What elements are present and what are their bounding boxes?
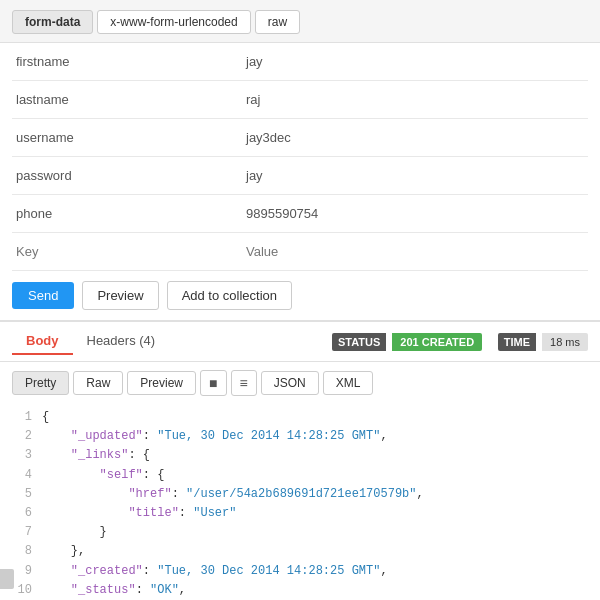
label-lastname: lastname (12, 84, 242, 115)
form-fields: firstname jay lastname raj username jay3… (0, 43, 600, 271)
response-section: Body Headers (4) STATUS201 CREATED TIME1… (0, 320, 600, 600)
code-area: 1 { 2 "_updated": "Tue, 30 Dec 2014 14:2… (0, 404, 600, 600)
copy-icon-btn[interactable]: ■ (200, 370, 226, 396)
form-row-lastname: lastname raj (12, 81, 588, 119)
status-label: STATUS (332, 333, 386, 351)
code-line-9: 9 "_created": "Tue, 30 Dec 2014 14:28:25… (12, 562, 588, 581)
value-username: jay3dec (242, 122, 588, 153)
tab-raw[interactable]: raw (255, 10, 300, 34)
label-firstname: firstname (12, 46, 242, 77)
form-row-keyvalue (12, 233, 588, 271)
label-password: password (12, 160, 242, 191)
code-line-3: 3 "_links": { (12, 446, 588, 465)
code-line-7: 7 } (12, 523, 588, 542)
code-line-2: 2 "_updated": "Tue, 30 Dec 2014 14:28:25… (12, 427, 588, 446)
send-button[interactable]: Send (12, 282, 74, 309)
time-value: 18 ms (542, 333, 588, 351)
value-firstname: jay (242, 46, 588, 77)
form-row-username: username jay3dec (12, 119, 588, 157)
response-tabs-bar: Body Headers (4) STATUS201 CREATED TIME1… (0, 322, 600, 362)
code-line-1: 1 { (12, 408, 588, 427)
app-container: form-data x-www-form-urlencoded raw firs… (0, 0, 600, 600)
action-bar: Send Preview Add to collection (0, 271, 600, 320)
preview-button[interactable]: Preview (82, 281, 158, 310)
value-lastname: raj (242, 84, 588, 115)
status-bar: STATUS201 CREATED TIME18 ms (332, 333, 588, 351)
form-row-firstname: firstname jay (12, 43, 588, 81)
btn-pretty[interactable]: Pretty (12, 371, 69, 395)
scroll-handle[interactable] (0, 569, 14, 589)
time-label: TIME (498, 333, 536, 351)
label-phone: phone (12, 198, 242, 229)
value-phone: 9895590754 (242, 198, 588, 229)
key-input[interactable] (12, 236, 242, 267)
btn-json[interactable]: JSON (261, 371, 319, 395)
code-line-6: 6 "title": "User" (12, 504, 588, 523)
form-row-password: password jay (12, 157, 588, 195)
value-password: jay (242, 160, 588, 191)
code-line-10: 10 "_status": "OK", (12, 581, 588, 600)
btn-preview-fmt[interactable]: Preview (127, 371, 196, 395)
btn-raw[interactable]: Raw (73, 371, 123, 395)
code-line-8: 8 }, (12, 542, 588, 561)
label-username: username (12, 122, 242, 153)
format-bar: Pretty Raw Preview ■ ≡ JSON XML (0, 362, 600, 404)
wrap-icon-btn[interactable]: ≡ (231, 370, 257, 396)
tab-form-data[interactable]: form-data (12, 10, 93, 34)
tab-body[interactable]: Body (12, 328, 73, 355)
form-row-phone: phone 9895590754 (12, 195, 588, 233)
status-value: 201 CREATED (392, 333, 482, 351)
tab-headers[interactable]: Headers (4) (73, 328, 170, 355)
tab-urlencoded[interactable]: x-www-form-urlencoded (97, 10, 250, 34)
add-collection-button[interactable]: Add to collection (167, 281, 292, 310)
code-line-5: 5 "href": "/user/54a2b689691d721ee170579… (12, 485, 588, 504)
value-input[interactable] (242, 236, 588, 267)
body-type-tabs: form-data x-www-form-urlencoded raw (0, 0, 600, 43)
btn-xml[interactable]: XML (323, 371, 374, 395)
code-line-4: 4 "self": { (12, 466, 588, 485)
